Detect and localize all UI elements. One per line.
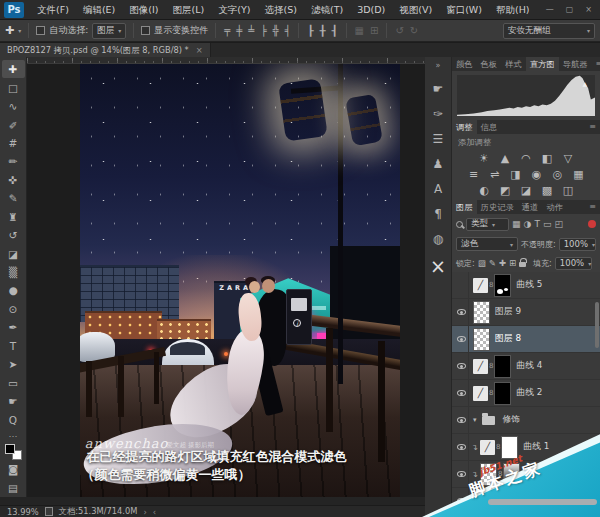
color-swatches[interactable] <box>5 444 22 460</box>
curves-icon[interactable]: ◠ <box>520 152 533 165</box>
menu-type[interactable]: 文字(Y) <box>211 0 257 20</box>
menu-layer[interactable]: 图层(L) <box>166 0 212 20</box>
foreground-color-swatch[interactable] <box>5 444 15 454</box>
distribute-center-icon[interactable]: ╂ <box>319 25 327 36</box>
tab-layers[interactable]: 图层 <box>452 200 477 214</box>
visibility-toggle[interactable] <box>454 353 469 379</box>
layer-thumbnail[interactable] <box>480 463 497 486</box>
menu-window[interactable]: 窗口(W) <box>439 0 489 20</box>
menu-select[interactable]: 选择(S) <box>257 0 303 20</box>
tab-adjustments[interactable]: 调整 <box>452 120 477 134</box>
lock-transparent-icon[interactable]: ▨ <box>478 258 486 268</box>
adjustment-layer-filter-icon[interactable]: ◑ <box>524 219 532 229</box>
horizontal-scroll-track[interactable] <box>0 497 425 505</box>
menu-file[interactable]: 文件(F) <box>30 0 76 20</box>
canvas-area[interactable]: ZARA <box>27 57 425 497</box>
eraser-tool[interactable]: ◪ <box>2 244 25 262</box>
photo-filter-icon[interactable]: ◉ <box>530 168 543 181</box>
quick-selection-tool[interactable]: ✐ <box>2 115 25 133</box>
color-lookup-icon[interactable]: ▦ <box>572 168 585 181</box>
filter-toggle[interactable] <box>588 220 596 228</box>
visibility-toggle[interactable] <box>454 326 469 352</box>
workspace-dropdown[interactable]: 安妆无酬组 ▾ <box>503 23 595 39</box>
pointer-panel-icon[interactable]: ☛ <box>427 76 450 101</box>
crop-tool[interactable]: # <box>2 134 25 152</box>
hue-saturation-icon[interactable]: ≡ <box>467 168 480 181</box>
expand-panels-icon[interactable]: » <box>436 61 441 70</box>
group-expand-icon[interactable]: ▾ <box>473 416 477 424</box>
smart-object-filter-icon[interactable]: ◰ <box>554 219 563 229</box>
tool-preset-caret-icon[interactable]: ▾ <box>18 27 21 34</box>
layer-mask-thumbnail[interactable] <box>503 463 520 486</box>
panel-menu-icon[interactable]: ≡ <box>585 200 600 214</box>
close-panel-icon[interactable]: × <box>427 251 450 281</box>
layer-row-layer-8[interactable]: 图层 8 <box>452 326 600 353</box>
tab-navigator[interactable]: 导航器 <box>559 57 592 71</box>
visibility-toggle[interactable] <box>454 461 469 487</box>
menu-filter[interactable]: 滤镜(T) <box>304 0 350 20</box>
layer-thumbnail[interactable] <box>473 301 490 324</box>
visibility-toggle[interactable] <box>454 434 469 460</box>
layer-row-curves-4[interactable]: ╱ 8 曲线 4 <box>452 353 600 380</box>
minimize-button[interactable]: — <box>546 5 554 14</box>
filter-type-dropdown[interactable]: 类型 ▾ <box>466 218 509 231</box>
tab-history[interactable]: 历史记录 <box>477 200 518 214</box>
auto-select-target-dropdown[interactable]: 图层 ▾ <box>92 23 126 39</box>
opacity-dropdown[interactable]: 100% ▾ <box>559 238 596 251</box>
channel-mixer-icon[interactable]: ◎ <box>551 168 564 181</box>
visibility-toggle[interactable] <box>454 272 469 298</box>
quick-mask-button[interactable]: ◙ <box>2 460 25 478</box>
color-balance-icon[interactable]: ⇌ <box>488 168 501 181</box>
cc-libraries-panel-icon[interactable]: ◍ <box>427 226 450 251</box>
brush-presets-panel-icon[interactable]: ✑ <box>427 101 450 126</box>
type-layer-filter-icon[interactable]: T <box>534 219 540 229</box>
visibility-toggle[interactable] <box>454 299 469 325</box>
curves-adjustment-icon[interactable]: ╱ <box>473 278 488 293</box>
layer-row-curves-1[interactable]: ↴ ╱ 8 曲线 1 <box>452 434 600 461</box>
screen-mode-button[interactable]: ▤ <box>2 479 25 497</box>
distribute-left-icon[interactable]: ┠ <box>306 25 314 36</box>
lock-artboard-icon[interactable]: ⊞ <box>509 258 516 268</box>
pixel-layer-filter-icon[interactable]: ▦ <box>512 219 521 229</box>
path-selection-tool[interactable]: ➤ <box>2 355 25 373</box>
layer-mask-thumbnail[interactable] <box>494 355 511 378</box>
menu-image[interactable]: 图像(I) <box>122 0 165 20</box>
curves-adjustment-icon[interactable]: ╱ <box>473 386 488 401</box>
align-bottom-icon[interactable]: ╧ <box>247 25 255 36</box>
clone-source-panel-icon[interactable]: ♟ <box>427 151 450 176</box>
distribute-right-icon[interactable]: ┨ <box>331 25 339 36</box>
gradient-tool[interactable]: ▒ <box>2 263 25 281</box>
dodge-tool[interactable]: ⊙ <box>2 300 25 318</box>
align-middle-icon[interactable]: ╪ <box>235 25 243 36</box>
visibility-toggle[interactable] <box>454 407 469 433</box>
shape-layer-filter-icon[interactable]: ▭ <box>543 219 552 229</box>
align-left-icon[interactable]: ╞ <box>259 25 267 36</box>
layer-row-curves-5[interactable]: ╱ 8 曲线 5 <box>452 272 600 299</box>
layer-thumbnail[interactable] <box>473 328 490 351</box>
menu-help[interactable]: 帮助(H) <box>489 0 537 20</box>
menu-3d[interactable]: 3D(D) <box>350 0 392 20</box>
horizontal-scrollbar-thumb[interactable] <box>488 499 597 505</box>
exposure-icon[interactable]: ◧ <box>541 152 554 165</box>
layer-row-curves-2[interactable]: ╱ 8 曲线 2 <box>452 380 600 407</box>
type-tool[interactable]: T <box>2 337 25 355</box>
blur-tool[interactable]: ● <box>2 281 25 299</box>
curves-adjustment-icon[interactable]: ╱ <box>473 359 488 374</box>
tab-info[interactable]: 信息 <box>477 120 502 134</box>
visibility-toggle[interactable] <box>454 488 469 514</box>
healing-brush-tool[interactable]: ✜ <box>2 171 25 189</box>
gradient-map-icon[interactable]: ▩ <box>541 184 554 197</box>
tab-histogram[interactable]: 直方图 <box>526 57 559 71</box>
lock-move-icon[interactable]: ✚ <box>499 258 506 268</box>
auto-select-checkbox[interactable] <box>36 26 45 35</box>
menu-view[interactable]: 视图(V) <box>392 0 439 20</box>
restore-button[interactable]: ▢ <box>566 5 574 14</box>
move-tool[interactable]: ✚ <box>2 60 25 78</box>
close-button[interactable]: × <box>585 5 592 14</box>
document-tab[interactable]: BPOZ8127 拷贝.psd @ 14%(图层 8, RGB/8) * × <box>0 43 211 57</box>
levels-icon[interactable]: ▲ <box>499 152 512 165</box>
visibility-toggle[interactable] <box>454 380 469 406</box>
layers-scrollbar[interactable] <box>595 302 599 348</box>
eyedropper-tool[interactable]: ✏ <box>2 152 25 170</box>
brightness-contrast-icon[interactable]: ☀ <box>478 152 491 165</box>
